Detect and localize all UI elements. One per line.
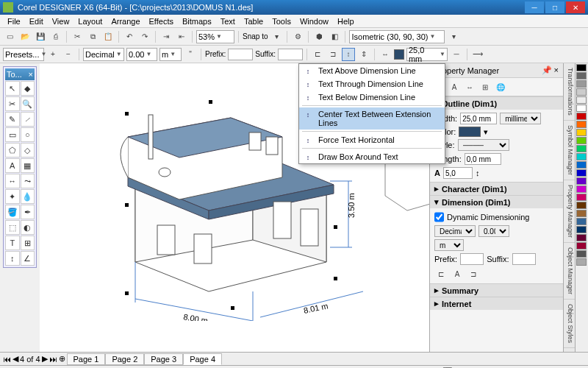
summary-section-header[interactable]: ▸Summary	[430, 284, 563, 297]
menu-help[interactable]: Help	[333, 15, 359, 27]
dim-quote-icon[interactable]: "	[184, 48, 197, 61]
basic-tool[interactable]: ◇	[21, 143, 35, 158]
dim-pos2-icon[interactable]: ⊐	[326, 48, 340, 61]
smart-tool[interactable]: ⟋	[21, 112, 35, 127]
new-icon[interactable]: ▭	[3, 30, 16, 43]
crop-tool[interactable]: ✂	[5, 96, 20, 111]
outline-section-header[interactable]: ▾Outline (Dim1)	[430, 97, 563, 110]
dim-textpos-button[interactable]: ↕	[342, 48, 355, 61]
character-section-header[interactable]: ▸Character (Dim1)	[430, 183, 563, 195]
dim-opt1-icon[interactable]: ⊏	[434, 267, 448, 280]
linear-tool[interactable]: ↕	[5, 251, 20, 266]
effects-tool[interactable]: ✦	[5, 189, 20, 204]
rp-tab5-icon[interactable]: 🌐	[494, 80, 507, 93]
menu-effects[interactable]: Effects	[145, 15, 178, 27]
outline-width-combo[interactable]: 25,0 mm▼	[406, 48, 448, 61]
maximize-button[interactable]: □	[545, 1, 564, 13]
presets-combo[interactable]: Presets...▼	[3, 48, 44, 61]
dim-unit-combo[interactable]: m▼	[159, 48, 182, 61]
outline-angle-input[interactable]	[443, 167, 473, 179]
menu-window[interactable]: Window	[295, 15, 333, 27]
projection-config-icon[interactable]: ▾	[447, 30, 460, 43]
menu-text[interactable]: Text	[216, 15, 240, 27]
connector-tool[interactable]: ⤳	[21, 174, 35, 188]
color-swatch[interactable]	[576, 153, 587, 160]
color-swatch[interactable]	[576, 234, 587, 241]
outline-length-input[interactable]	[465, 153, 501, 165]
close-button[interactable]: ✕	[566, 1, 585, 13]
ellipse-tool[interactable]: ○	[21, 127, 35, 142]
dim-prec-select[interactable]: 0.00	[478, 225, 509, 237]
outline-width-input[interactable]	[460, 113, 497, 124]
polygon-tool[interactable]: ⬠	[5, 143, 20, 158]
rectangle-tool[interactable]: ▭	[5, 127, 20, 142]
angular-tool[interactable]: ∠	[21, 251, 35, 266]
color-swatch[interactable]	[576, 169, 587, 177]
arrowhead-icon[interactable]: ↔	[379, 48, 392, 61]
page-add-icon[interactable]: ⊕	[59, 354, 65, 364]
projection-combo[interactable]: Isometric (30, 90, 30)▼	[349, 30, 445, 43]
ctx-item[interactable]: ↕Center Text Between Extension Lines	[299, 107, 445, 130]
ctx-item[interactable]: ↕Draw Box Around Text	[299, 150, 445, 163]
page-tab[interactable]: Page 1	[67, 353, 106, 365]
cube-icon[interactable]: ◧	[328, 30, 341, 43]
color-swatch[interactable]	[576, 218, 587, 225]
rp-tab3-icon[interactable]: ↔	[463, 80, 476, 93]
shape-tool[interactable]: ◆	[21, 81, 35, 96]
color-swatch[interactable]	[576, 96, 587, 104]
dim-opt3-icon[interactable]: ⊐	[467, 267, 480, 280]
rp-close-icon[interactable]: ×	[554, 66, 559, 74]
options-icon[interactable]: ⚙	[291, 30, 304, 43]
dim-unit-select[interactable]: m	[434, 239, 464, 251]
projected-tool[interactable]: ⊞	[21, 236, 35, 250]
eyedrop-tool[interactable]: 💧	[21, 189, 35, 204]
dim-value-combo[interactable]: 0.00▼	[126, 48, 157, 61]
color-swatch[interactable]	[576, 226, 587, 233]
ctx-item[interactable]: ↕Text Above Dimension Line	[299, 64, 445, 77]
side-tab[interactable]: Object Manager	[564, 243, 575, 300]
rp-pin-icon[interactable]: 📌	[542, 66, 552, 74]
cut-icon[interactable]: ✂	[71, 30, 84, 43]
page-tab[interactable]: Page 4	[183, 353, 222, 365]
color-swatch[interactable]	[576, 202, 587, 209]
ctx-item[interactable]: ↕Text Below Dimension Line	[299, 91, 445, 104]
color-swatch[interactable]	[576, 242, 587, 250]
page-prev-icon[interactable]: ◀	[12, 354, 18, 364]
minimize-button[interactable]: ─	[525, 1, 544, 13]
side-tab[interactable]: Transformations	[564, 63, 575, 121]
callout-tool[interactable]: T	[5, 236, 20, 250]
zoom-tool[interactable]: 🔍	[21, 96, 35, 111]
interactive-tool[interactable]: ⬚	[5, 220, 20, 235]
paste-icon[interactable]: 📋	[101, 30, 115, 43]
menu-arrange[interactable]: Arrange	[107, 15, 144, 27]
menu-tools[interactable]: Tools	[268, 15, 295, 27]
color-swatch[interactable]	[576, 121, 587, 128]
outline-color-swatch[interactable]	[394, 49, 404, 60]
internet-section-header[interactable]: ▸Internet	[430, 297, 563, 310]
dim-prefix-input[interactable]	[460, 253, 484, 265]
ctx-item[interactable]: ↕Text Through Dimension Line	[299, 77, 445, 91]
undo-icon[interactable]: ↶	[123, 30, 136, 43]
dimension-tool[interactable]: ↔	[5, 174, 20, 188]
pick-tool[interactable]: ↖	[5, 81, 20, 96]
prefix-input[interactable]	[228, 49, 253, 60]
dimension-section-header[interactable]: ▾Dimension (Dim1)	[430, 196, 563, 208]
menu-table[interactable]: Table	[240, 15, 268, 27]
color-swatch[interactable]	[576, 137, 587, 144]
color-swatch[interactable]	[576, 72, 587, 79]
toolbox-close-icon[interactable]: ×	[29, 70, 33, 79]
color-swatch[interactable]	[576, 258, 587, 266]
table-tool[interactable]: ▦	[21, 158, 35, 173]
import-icon[interactable]: ⇥	[159, 30, 173, 43]
copy-icon[interactable]: ⧉	[86, 30, 99, 43]
preset-del-icon[interactable]: −	[62, 48, 75, 61]
color-swatch[interactable]	[576, 129, 587, 136]
end-style-icon[interactable]: ⟶	[471, 48, 484, 61]
menu-file[interactable]: File	[3, 15, 25, 27]
export-icon[interactable]: ⇤	[175, 30, 188, 43]
color-swatch[interactable]	[576, 194, 587, 201]
color-swatch[interactable]	[576, 145, 587, 152]
save-icon[interactable]: 💾	[34, 30, 47, 43]
color-swatch[interactable]	[576, 113, 587, 120]
dim-ext-icon[interactable]: ⇕	[357, 48, 370, 61]
